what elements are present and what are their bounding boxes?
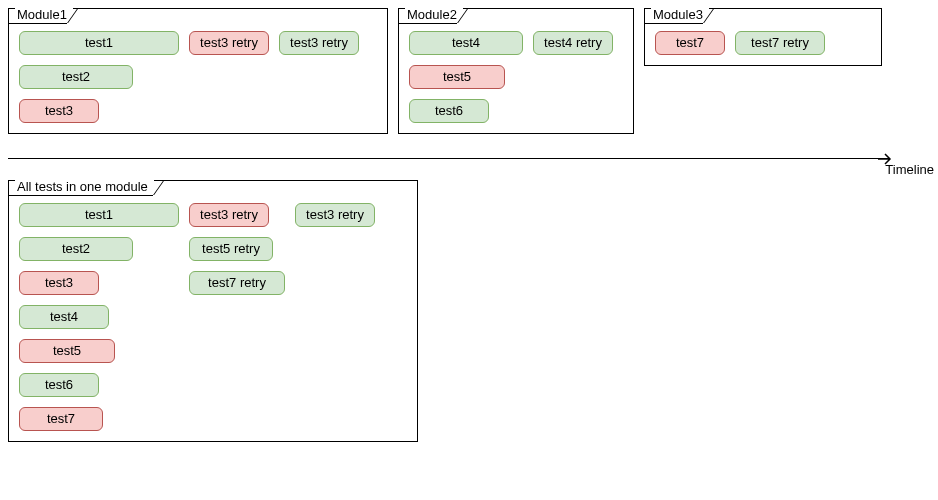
test-box: test1 — [19, 203, 179, 227]
test-box: test7 retry — [189, 271, 285, 295]
module1-col3: test3 retry — [279, 31, 359, 55]
test-box: test3 — [19, 271, 99, 295]
module2-title: Module2 — [405, 7, 463, 22]
test-box: test3 retry — [189, 203, 269, 227]
test-box: test3 retry — [279, 31, 359, 55]
test-box: test3 — [19, 99, 99, 123]
test-box: test4 retry — [533, 31, 613, 55]
test-box: test7 — [19, 407, 103, 431]
timeline-label: Timeline — [885, 162, 934, 177]
module3-col2: test7 retry — [735, 31, 825, 55]
combined-title: All tests in one module — [15, 179, 154, 194]
timeline-line — [8, 158, 888, 159]
test-box: test2 — [19, 237, 133, 261]
combined-col3: test3 retry — [295, 203, 375, 227]
test-box: test2 — [19, 65, 133, 89]
module1-col2: test3 retry — [189, 31, 269, 55]
test-box: test4 — [19, 305, 109, 329]
test-box: test5 — [409, 65, 505, 89]
module2-col2: test4 retry — [533, 31, 613, 55]
combined-col2: test3 retry test5 retry test7 retry — [189, 203, 285, 295]
test-box: test6 — [19, 373, 99, 397]
test-box: test3 retry — [295, 203, 375, 227]
module2-col1: test4 test5 test6 — [409, 31, 523, 123]
combined-box: All tests in one module test1 test2 test… — [8, 180, 418, 442]
test-box: test4 — [409, 31, 523, 55]
test-box: test5 retry — [189, 237, 273, 261]
module1-title: Module1 — [15, 7, 73, 22]
timeline: Timeline — [8, 146, 928, 176]
module1-col1: test1 test2 test3 — [19, 31, 179, 123]
test-box: test6 — [409, 99, 489, 123]
modules-row: Module1 test1 test2 test3 test3 retry te… — [8, 8, 930, 134]
combined-col1: test1 test2 test3 test4 test5 test6 test… — [19, 203, 179, 431]
test-box: test1 — [19, 31, 179, 55]
combined-row: All tests in one module test1 test2 test… — [8, 180, 930, 442]
module1-box: Module1 test1 test2 test3 test3 retry te… — [8, 8, 388, 134]
module2-box: Module2 test4 test5 test6 test4 retry — [398, 8, 634, 134]
test-box: test5 — [19, 339, 115, 363]
test-box: test7 — [655, 31, 725, 55]
module3-box: Module3 test7 test7 retry — [644, 8, 882, 66]
test-box: test3 retry — [189, 31, 269, 55]
module3-col1: test7 — [655, 31, 725, 55]
module3-title: Module3 — [651, 7, 709, 22]
test-box: test7 retry — [735, 31, 825, 55]
